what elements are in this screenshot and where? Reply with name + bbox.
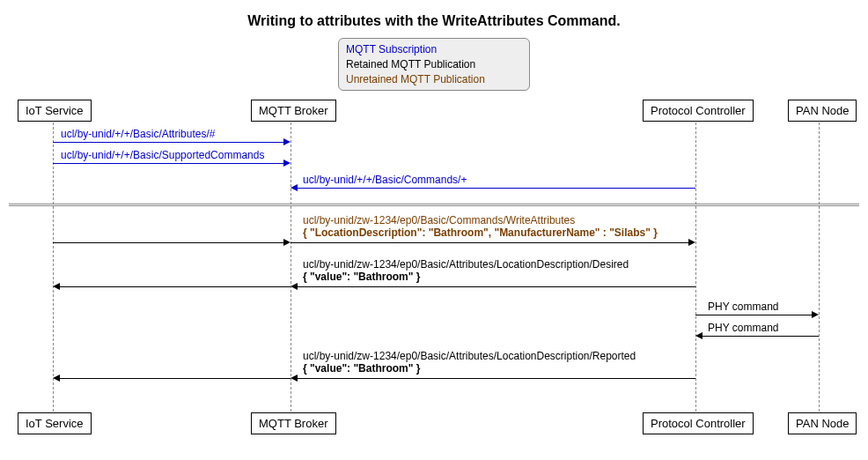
msg-phy-in: PHY command — [704, 322, 782, 334]
msg-label: ucl/by-unid/zw-1234/ep0/Basic/Attributes… — [299, 350, 639, 362]
participant-iot-bottom: IoT Service — [18, 412, 92, 434]
msg-label: ucl/by-unid/zw-1234/ep0/Basic/Attributes… — [299, 258, 632, 271]
arrow — [695, 315, 812, 315]
legend-subscription: MQTT Subscription — [346, 42, 522, 57]
msg-phy-out: PHY command — [704, 300, 782, 313]
diagram-title: Writing to attributes with the WriteAttr… — [9, 13, 859, 29]
arrow — [60, 378, 291, 379]
msg-label: ucl/by-unid/+/+/Basic/Commands/+ — [299, 174, 470, 186]
participant-broker-bottom: MQTT Broker — [251, 412, 336, 434]
sequence-diagram: IoT Service MQTT Broker Protocol Control… — [9, 100, 859, 434]
lifeline-controller — [695, 122, 696, 412]
legend-unretained: Unretained MQTT Publication — [346, 72, 522, 87]
msg-sub-commands: ucl/by-unid/+/+/Basic/Commands/+ — [299, 174, 470, 186]
msg-label: ucl/by-unid/+/+/Basic/SupportedCommands — [57, 149, 268, 161]
participant-controller-bottom: Protocol Controller — [643, 412, 754, 434]
participant-broker-top: MQTT Broker — [251, 100, 336, 122]
msg-label: ucl/by-unid/+/+/Basic/Attributes/# — [57, 128, 218, 140]
lifeline-node — [819, 122, 820, 412]
participant-node-top: PAN Node — [788, 100, 857, 122]
msg-write-attributes: ucl/by-unid/zw-1234/ep0/Basic/Commands/W… — [299, 214, 661, 239]
participant-controller-top: Protocol Controller — [643, 100, 754, 122]
msg-reported: ucl/by-unid/zw-1234/ep0/Basic/Attributes… — [299, 350, 639, 375]
msg-sub-supported: ucl/by-unid/+/+/Basic/SupportedCommands — [57, 149, 268, 161]
arrow-head-icon — [53, 283, 60, 290]
msg-payload: { "LocationDescription": "Bathroom", "Ma… — [299, 226, 661, 239]
lifeline-iot — [53, 122, 54, 412]
arrow-head-icon — [688, 239, 695, 246]
arrow — [53, 163, 283, 164]
section-divider — [9, 204, 859, 206]
arrow — [60, 286, 291, 287]
arrow — [53, 242, 283, 243]
arrow — [53, 142, 283, 143]
arrow — [702, 336, 819, 337]
arrow-head-icon — [283, 138, 291, 145]
arrow-head-icon — [695, 332, 702, 339]
msg-label: ucl/by-unid/zw-1234/ep0/Basic/Commands/W… — [299, 214, 578, 226]
legend-box: MQTT Subscription Retained MQTT Publicat… — [338, 38, 530, 91]
participant-iot-top: IoT Service — [18, 100, 92, 122]
arrow-head-icon — [812, 311, 819, 318]
msg-label: PHY command — [704, 300, 782, 313]
arrow — [298, 286, 695, 287]
arrow-head-icon — [283, 160, 291, 167]
arrow-head-icon — [291, 283, 298, 290]
arrow — [291, 242, 688, 243]
arrow — [298, 188, 695, 189]
msg-payload: { "value": "Bathroom" } — [299, 271, 423, 283]
arrow — [298, 378, 695, 379]
msg-payload: { "value": "Bathroom" } — [299, 362, 423, 375]
arrow-head-icon — [53, 375, 60, 382]
msg-sub-attributes: ucl/by-unid/+/+/Basic/Attributes/# — [57, 128, 218, 140]
msg-desired: ucl/by-unid/zw-1234/ep0/Basic/Attributes… — [299, 258, 632, 283]
lifeline-broker — [291, 122, 291, 412]
legend-retained: Retained MQTT Publication — [346, 57, 522, 72]
participant-node-bottom: PAN Node — [788, 412, 857, 434]
msg-label: PHY command — [704, 322, 782, 334]
arrow-head-icon — [291, 184, 298, 191]
arrow-head-icon — [291, 375, 298, 382]
arrow-head-icon — [283, 239, 291, 246]
